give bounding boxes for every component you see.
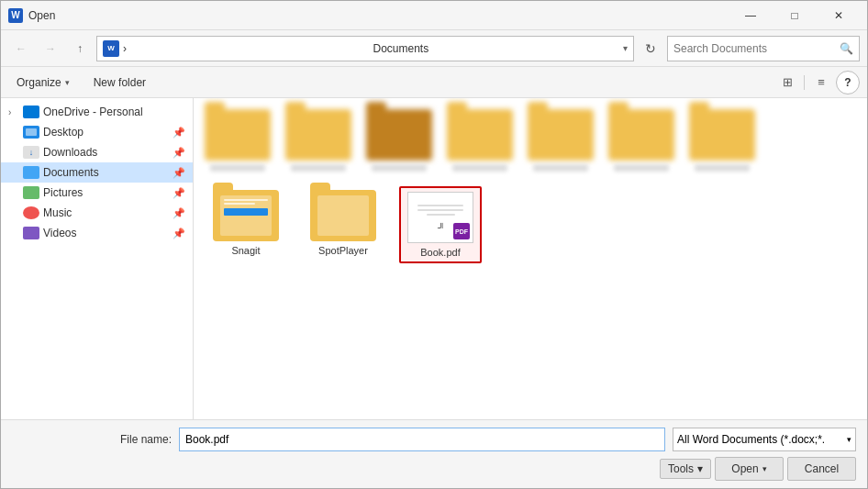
- documents-pin-icon: 📌: [172, 167, 185, 179]
- blurred-item-1: [205, 109, 271, 172]
- cancel-button[interactable]: Cancel: [787, 457, 856, 481]
- blurred-item-7: [689, 109, 755, 172]
- pictures-icon: [23, 186, 39, 199]
- new-folder-button[interactable]: New folder: [85, 73, 154, 92]
- refresh-button[interactable]: ↻: [638, 36, 663, 61]
- back-button[interactable]: ←: [8, 36, 34, 61]
- sidebar-label-onedrive: OneDrive - Personal: [43, 106, 185, 118]
- tools-chevron-icon: ▾: [697, 462, 703, 475]
- downloads-pin-icon: 📌: [172, 147, 185, 159]
- open-dropdown-icon: ▾: [762, 464, 767, 473]
- bottom-bar: File name: All Word Documents (*.docx;*.…: [1, 419, 867, 488]
- list-view-button[interactable]: ≡: [808, 71, 834, 94]
- sidebar-item-pictures[interactable]: Pictures 📌: [1, 183, 193, 203]
- organize-chevron-icon: ▾: [65, 78, 70, 87]
- maximize-button[interactable]: □: [773, 1, 816, 30]
- blurred-label-1: [210, 164, 265, 172]
- sidebar: › OneDrive - Personal Desktop 📌 ↓ Downlo…: [1, 98, 194, 419]
- snagit-folder-inner: [220, 195, 272, 236]
- blurred-label-5: [533, 164, 588, 172]
- sidebar-item-music[interactable]: Music 📌: [1, 203, 193, 223]
- bookpdf-label: Book.pdf: [420, 247, 460, 258]
- pdf-badge: PDF: [453, 223, 470, 239]
- organize-button[interactable]: Organize ▾: [8, 73, 78, 92]
- filename-row: File name: All Word Documents (*.docx;*.…: [12, 428, 856, 451]
- onedrive-icon: [23, 106, 39, 118]
- breadcrumb-chevron: ▾: [623, 43, 628, 53]
- file-item-snagit[interactable]: Snagit: [205, 186, 287, 263]
- forward-button[interactable]: →: [38, 36, 63, 61]
- sidebar-item-downloads[interactable]: ↓ Downloads 📌: [1, 142, 193, 162]
- sidebar-label-downloads: Downloads: [43, 146, 169, 159]
- sidebar-label-desktop: Desktop: [43, 126, 169, 139]
- filename-input[interactable]: [179, 428, 665, 451]
- icon-view-button[interactable]: ⊞: [774, 71, 800, 94]
- close-button[interactable]: ✕: [818, 1, 860, 30]
- tools-button[interactable]: Tools ▾: [660, 459, 711, 479]
- pdf-line-2: [417, 209, 463, 211]
- blurred-folder-3: [366, 109, 432, 161]
- blurred-item-3: [366, 109, 432, 172]
- videos-icon: [23, 227, 39, 239]
- blurred-item-2: [285, 109, 351, 172]
- blurred-label-3: [372, 164, 427, 172]
- music-icon: [23, 206, 39, 219]
- pictures-pin-icon: 📌: [172, 187, 185, 199]
- breadcrumb-separator: ›: [123, 42, 370, 55]
- sidebar-item-videos[interactable]: Videos 📌: [1, 223, 193, 243]
- pdf-line-3: [427, 214, 455, 216]
- app-icon: W: [8, 8, 23, 23]
- view-controls: ⊞ ≡ ?: [774, 71, 860, 94]
- toolbar: Organize ▾ New folder ⊞ ≡ ?: [1, 67, 867, 98]
- address-bar[interactable]: W › Documents ▾: [96, 36, 634, 61]
- blurred-label-4: [452, 164, 507, 172]
- help-button[interactable]: ?: [836, 71, 860, 94]
- desktop-icon: [23, 126, 39, 139]
- blurred-item-6: [608, 109, 674, 172]
- snagit-label: Snagit: [231, 245, 260, 256]
- blurred-files-row: [205, 109, 856, 172]
- blurred-folder-2: [285, 109, 351, 161]
- main-content: › OneDrive - Personal Desktop 📌 ↓ Downlo…: [1, 98, 867, 419]
- minimize-button[interactable]: —: [729, 1, 772, 30]
- blurred-label-7: [695, 164, 750, 172]
- search-input[interactable]: [673, 42, 836, 55]
- up-button[interactable]: ↑: [67, 36, 93, 61]
- blurred-folder-5: [528, 109, 594, 161]
- sidebar-item-documents[interactable]: Documents 📌: [1, 162, 193, 183]
- downloads-icon: ↓: [23, 146, 39, 159]
- sidebar-label-music: Music: [43, 206, 169, 219]
- file-area: Snagit SpotPlayer: [194, 98, 867, 419]
- spotplayer-folder-inner: [317, 195, 369, 236]
- open-button[interactable]: Open ▾: [715, 457, 784, 481]
- breadcrumb-path: Documents: [373, 42, 620, 55]
- filename-label: File name:: [107, 433, 172, 446]
- search-icon: 🔍: [840, 42, 853, 55]
- blurred-folder-4: [447, 109, 513, 161]
- sidebar-item-onedrive[interactable]: › OneDrive - Personal: [1, 102, 193, 122]
- blurred-folder-6: [608, 109, 674, 161]
- sidebar-item-desktop[interactable]: Desktop 📌: [1, 122, 193, 142]
- view-divider: [804, 75, 805, 90]
- sidebar-label-pictures: Pictures: [43, 186, 169, 199]
- address-icon: W: [103, 40, 119, 57]
- dialog-title: Open: [28, 9, 729, 22]
- spotplayer-label: SpotPlayer: [318, 245, 368, 256]
- file-item-bookpdf[interactable]: الـ PDF Book.pdf: [399, 186, 482, 263]
- spotplayer-folder-icon: [310, 190, 376, 241]
- sidebar-label-documents: Documents: [43, 166, 169, 179]
- pdf-line-1: [417, 205, 463, 206]
- actions-row: Tools ▾ Open ▾ Cancel: [12, 457, 856, 481]
- filetype-dropdown[interactable]: All Word Documents (*.docx;*. ▾: [673, 428, 856, 451]
- blurred-label-2: [291, 164, 346, 172]
- bookpdf-thumb: الـ PDF: [407, 192, 473, 243]
- onedrive-chevron-icon: ›: [8, 107, 19, 117]
- files-grid: Snagit SpotPlayer: [205, 186, 856, 263]
- search-box[interactable]: 🔍: [667, 36, 860, 61]
- blurred-item-4: [447, 109, 513, 172]
- sidebar-label-videos: Videos: [43, 227, 169, 239]
- open-dialog: W Open — □ ✕ ← → ↑ W › Documents ▾ ↻ 🔍: [0, 0, 868, 489]
- file-item-spotplayer[interactable]: SpotPlayer: [302, 186, 384, 263]
- nav-bar: ← → ↑ W › Documents ▾ ↻ 🔍: [1, 30, 867, 67]
- music-pin-icon: 📌: [172, 207, 185, 219]
